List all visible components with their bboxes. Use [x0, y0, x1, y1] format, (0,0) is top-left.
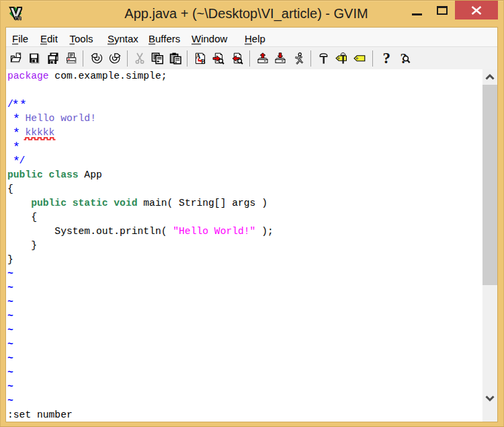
svg-text:?: ?: [383, 50, 391, 67]
svg-text:B: B: [201, 59, 206, 65]
